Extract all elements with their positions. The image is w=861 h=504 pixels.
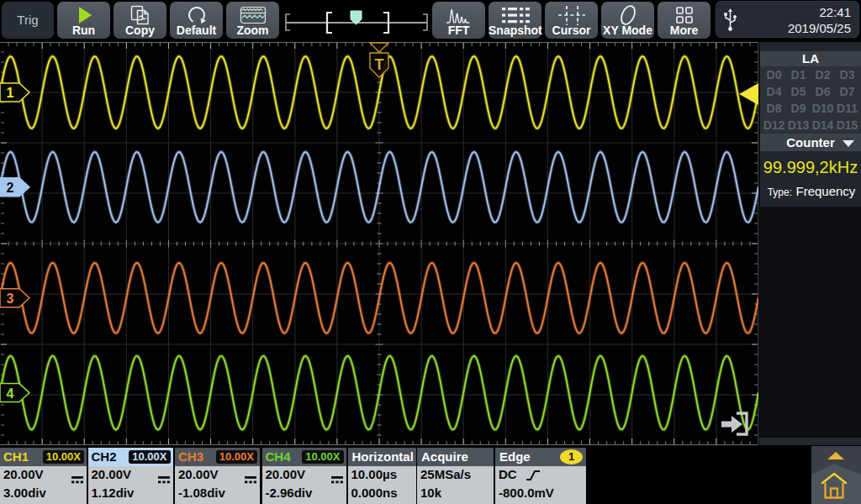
- vertical-scale: 20.00V: [3, 467, 44, 481]
- digital-channel-d12[interactable]: D12: [762, 118, 786, 132]
- vertical-scale: 20.00V: [178, 467, 219, 481]
- sidebar-bottom-strip: [759, 438, 861, 445]
- chevron-down-icon: [843, 140, 854, 147]
- status-block-trigger[interactable]: Edge1DC-800.0mV: [495, 448, 586, 504]
- channel-name: CH3: [178, 449, 203, 464]
- trigger-level-marker[interactable]: [739, 83, 758, 105]
- horizontal-label: Horizontal: [352, 449, 414, 464]
- probe-attenuation: 10.00X: [43, 450, 84, 464]
- xy-button-label: XY Mode: [601, 24, 654, 37]
- svg-text:T: T: [374, 56, 383, 73]
- clock-panel[interactable]: 22:41 2019/05/25: [716, 1, 859, 38]
- default-button[interactable]: Default: [170, 2, 223, 39]
- channel-name: CH4: [266, 449, 291, 464]
- counter-type-label: Type:: [768, 186, 792, 198]
- digital-channel-d6[interactable]: D6: [811, 85, 835, 98]
- channel-marker-ch4[interactable]: 4: [0, 384, 29, 402]
- counter-value: 99.999,2kHz: [760, 158, 861, 177]
- status-block-acquire[interactable]: Acquire25MSa/s10k: [417, 448, 494, 504]
- home-icon[interactable]: [811, 446, 861, 504]
- cursor-button-label: Cursor: [545, 24, 598, 37]
- memory-depth: 10k: [420, 486, 441, 500]
- counter-header[interactable]: Counter: [760, 134, 861, 151]
- dc-coupling-icon: [158, 472, 170, 487]
- xy-button[interactable]: XY Mode: [601, 2, 654, 39]
- channel-marker-ch1[interactable]: 1: [0, 83, 29, 102]
- copy-button[interactable]: Copy: [114, 2, 166, 39]
- digital-channel-d0[interactable]: D0: [762, 68, 786, 81]
- digital-channel-d13[interactable]: D13: [786, 118, 811, 132]
- channel-name: CH1: [3, 449, 29, 464]
- trigger-source-badge: 1: [560, 449, 583, 465]
- clock-date: 2019/05/25: [788, 20, 851, 36]
- digital-channel-d11[interactable]: D11: [835, 102, 859, 115]
- record-position-indicator[interactable]: [283, 0, 430, 40]
- status-block-horizontal[interactable]: Horizontal10.00µs0.000ns: [348, 448, 416, 504]
- vertical-offset: -2.96div: [266, 486, 313, 500]
- rising-edge-icon: [526, 469, 541, 486]
- vertical-scale: 20.00V: [266, 467, 306, 481]
- trigger-coupling: DC: [499, 467, 517, 481]
- waveform-grid-canvas: 1234T: [0, 42, 758, 445]
- digital-channel-grid: D0D1D2D3D4D5D6D7D8D9D10D11D12D13D14D15: [760, 66, 861, 134]
- digital-channel-d3[interactable]: D3: [835, 68, 859, 81]
- fft-button[interactable]: FFT: [432, 2, 485, 39]
- vertical-scale: 20.00V: [92, 467, 132, 481]
- more-button[interactable]: More: [658, 2, 710, 39]
- svg-text:3: 3: [7, 291, 14, 306]
- sample-rate: 25MSa/s: [420, 467, 471, 481]
- vertical-offset: -1.08div: [178, 486, 225, 500]
- trigger-type-label: Edge: [499, 449, 531, 464]
- oscilloscope-screen: TrigRunCopyDefaultZoomFFTSnapshotCursorX…: [0, 0, 861, 504]
- la-header[interactable]: LA: [760, 51, 861, 66]
- copy-button-label: Copy: [114, 24, 166, 37]
- digital-channel-d5[interactable]: D5: [786, 85, 811, 98]
- dc-coupling-icon: [331, 472, 343, 487]
- record-position-graphic: [283, 0, 430, 40]
- digital-channel-d14[interactable]: D14: [811, 118, 835, 132]
- probe-attenuation: 10.00X: [129, 450, 170, 464]
- zoom-button-label: Zoom: [226, 24, 279, 37]
- home-corner-panel[interactable]: [811, 446, 861, 504]
- channel-name: CH2: [92, 449, 117, 464]
- probe-attenuation: 10.00X: [302, 450, 343, 464]
- run-button[interactable]: Run: [57, 2, 110, 39]
- snapshot-button[interactable]: Snapshot: [489, 2, 541, 39]
- digital-channel-d2[interactable]: D2: [811, 68, 835, 81]
- trigger-position-flag[interactable]: T: [370, 43, 388, 77]
- run-button-label: Run: [57, 24, 110, 37]
- counter-type-value: Frequency: [795, 184, 855, 198]
- cursor-button[interactable]: Cursor: [545, 2, 598, 39]
- channel-marker-ch3[interactable]: 3: [0, 289, 29, 307]
- status-block-ch2[interactable]: CH210.00X20.00V1.12div: [88, 448, 173, 504]
- digital-channel-d10[interactable]: D10: [811, 102, 835, 115]
- status-block-ch3[interactable]: CH310.00X20.00V-1.08div: [175, 448, 260, 504]
- time-per-div: 10.00µs: [351, 467, 398, 481]
- trigger-level: -800.0mV: [499, 486, 554, 500]
- fft-button-label: FFT: [432, 24, 485, 37]
- snapshot-button-label: Snapshot: [489, 24, 541, 37]
- status-block-ch1[interactable]: CH110.00X20.00V3.00div: [0, 448, 87, 504]
- digital-channel-d15[interactable]: D15: [835, 118, 859, 132]
- trig-button-label: Trig: [2, 2, 54, 39]
- trig-button[interactable]: Trig: [2, 2, 54, 39]
- default-button-label: Default: [170, 24, 223, 37]
- digital-channel-d8[interactable]: D8: [762, 102, 786, 115]
- dc-coupling-icon: [71, 472, 83, 487]
- probe-attenuation: 10.00X: [216, 450, 257, 464]
- usb-icon: [723, 8, 737, 35]
- digital-channel-d1[interactable]: D1: [786, 68, 811, 81]
- digital-channel-d9[interactable]: D9: [786, 102, 811, 115]
- svg-text:2: 2: [7, 181, 14, 195]
- waveform-display[interactable]: 1234T: [0, 42, 758, 445]
- svg-text:1: 1: [7, 86, 14, 100]
- zoom-button[interactable]: Zoom: [226, 2, 279, 39]
- dc-coupling-icon: [245, 472, 256, 487]
- counter-type-line: Type: Frequency: [762, 184, 861, 199]
- digital-channel-d7[interactable]: D7: [835, 85, 859, 98]
- status-block-ch4[interactable]: CH410.00X20.00V-2.96div: [262, 448, 346, 504]
- bottom-status-bar: CH110.00X20.00V3.00divCH210.00X20.00V1.1…: [0, 448, 861, 504]
- digital-channel-d4[interactable]: D4: [762, 85, 786, 98]
- right-sidebar: LA D0D1D2D3D4D5D6D7D8D9D10D11D12D13D14D1…: [758, 42, 861, 445]
- clock-time: 22:41: [788, 4, 851, 20]
